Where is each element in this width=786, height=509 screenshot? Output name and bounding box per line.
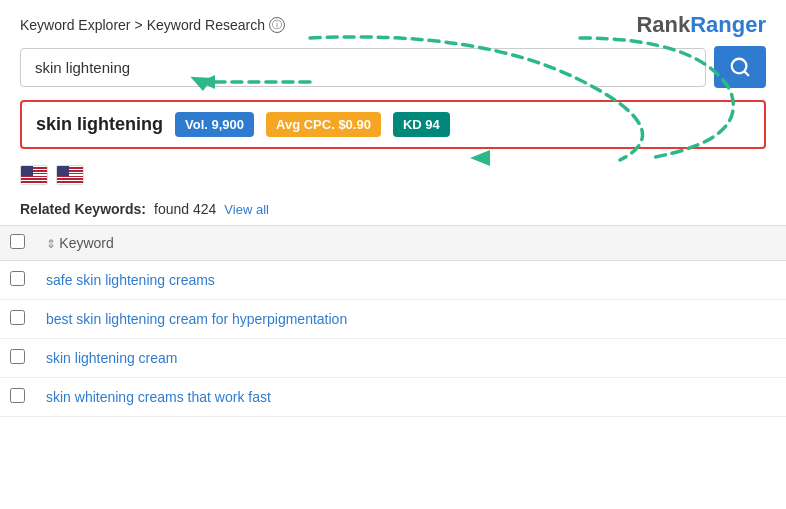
row-checkbox-cell (0, 339, 36, 378)
table-header: ⇕ Keyword (0, 226, 786, 261)
keyword-link[interactable]: best skin lightening cream for hyperpigm… (46, 311, 347, 327)
related-keywords-header: Related Keywords: found 424 View all (0, 197, 786, 225)
row-keyword-cell: safe skin lightening creams (36, 261, 786, 300)
search-icon (729, 56, 751, 78)
search-button[interactable] (714, 46, 766, 88)
row-checkbox[interactable] (10, 388, 25, 403)
table-row: safe skin lightening creams (0, 261, 786, 300)
row-keyword-cell: skin whitening creams that work fast (36, 378, 786, 417)
breadcrumb-part1: Keyword Explorer (20, 17, 131, 33)
breadcrumb-separator: > (135, 17, 143, 33)
row-keyword-cell: skin lightening cream (36, 339, 786, 378)
table-row: skin whitening creams that work fast (0, 378, 786, 417)
row-checkbox[interactable] (10, 271, 25, 286)
table-row: best skin lightening cream for hyperpigm… (0, 300, 786, 339)
header-checkbox-col (0, 226, 36, 261)
search-bar (0, 46, 786, 100)
row-checkbox-cell (0, 378, 36, 417)
info-icon[interactable]: ⓘ (269, 17, 285, 33)
sort-arrow-icon: ⇕ (46, 237, 59, 251)
table-row: skin lightening cream (0, 339, 786, 378)
breadcrumb-part2: Keyword Research (147, 17, 265, 33)
logo-ranger: Ranger (690, 12, 766, 37)
keywords-table-body: safe skin lightening creams best skin li… (0, 261, 786, 417)
row-checkbox[interactable] (10, 310, 25, 325)
row-keyword-cell: best skin lightening cream for hyperpigm… (36, 300, 786, 339)
select-all-checkbox[interactable] (10, 234, 25, 249)
row-checkbox-cell (0, 261, 36, 300)
keyword-link[interactable]: skin lightening cream (46, 350, 178, 366)
related-label: Related Keywords: (20, 201, 146, 217)
logo-rank: Rank (636, 12, 690, 37)
row-checkbox-cell (0, 300, 36, 339)
keyword-link[interactable]: safe skin lightening creams (46, 272, 215, 288)
found-prefix: found 424 (154, 201, 216, 217)
view-all-link[interactable]: View all (224, 202, 269, 217)
keywords-table: ⇕ Keyword safe skin lightening creams be… (0, 225, 786, 417)
result-keyword: skin lightening (36, 114, 163, 135)
volume-badge: Vol. 9,900 (175, 112, 254, 137)
kd-badge: KD 94 (393, 112, 450, 137)
flag-us-2[interactable] (56, 165, 84, 185)
cpc-badge: Avg CPC. $0.90 (266, 112, 381, 137)
search-input[interactable] (20, 48, 706, 87)
keyword-link[interactable]: skin whitening creams that work fast (46, 389, 271, 405)
breadcrumb: Keyword Explorer > Keyword Research ⓘ (20, 17, 285, 33)
row-checkbox[interactable] (10, 349, 25, 364)
header-keyword-col: ⇕ Keyword (36, 226, 786, 261)
flags-row (0, 161, 786, 197)
header: Keyword Explorer > Keyword Research ⓘ Ra… (0, 0, 786, 46)
flag-us-1[interactable] (20, 165, 48, 185)
result-row: skin lightening Vol. 9,900 Avg CPC. $0.9… (20, 100, 766, 149)
logo: RankRanger (636, 12, 766, 38)
